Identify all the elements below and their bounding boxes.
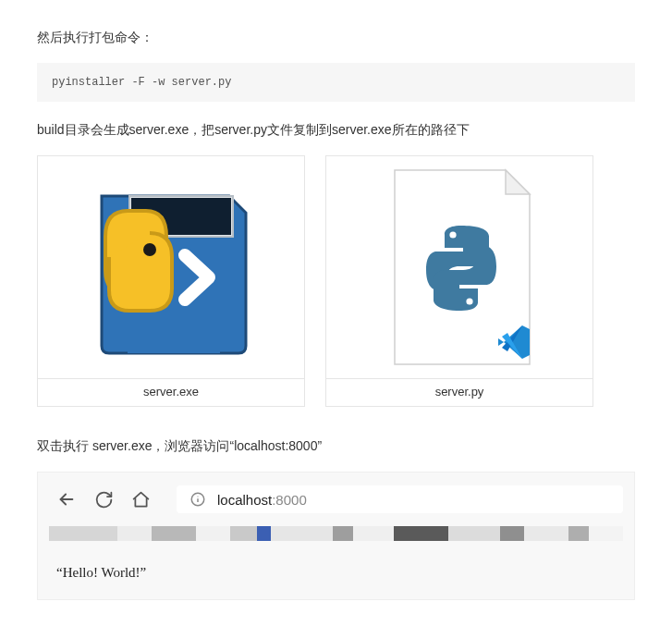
svg-point-5	[466, 298, 472, 304]
python-file-vscode-icon	[367, 161, 552, 374]
py-caption: server.py	[326, 378, 593, 406]
floppy-python-exe-icon	[74, 170, 268, 364]
run-note-text: 双击执行 server.exe，浏览器访问“localhost:8000”	[37, 438, 635, 455]
file-thumbnails-row: server.exe	[37, 155, 635, 407]
home-icon[interactable]	[130, 489, 151, 509]
url-text: localhost:8000	[217, 492, 307, 508]
url-host: localhost	[217, 492, 272, 508]
address-bar[interactable]: localhost:8000	[177, 485, 623, 513]
reload-icon[interactable]	[93, 489, 114, 509]
back-icon[interactable]	[56, 489, 77, 509]
bookmarks-blurred-strip	[49, 526, 623, 541]
browser-toolbar: localhost:8000	[49, 482, 623, 524]
exe-icon-area	[38, 156, 304, 378]
after-build-text: build目录会生成server.exe，把server.py文件复制到serv…	[37, 122, 635, 139]
py-icon-area	[326, 156, 593, 378]
intro-text: 然后执行打包命令：	[37, 30, 635, 46]
svg-point-3	[143, 243, 156, 256]
svg-point-4	[449, 231, 456, 238]
file-card-server-exe: server.exe	[37, 155, 305, 407]
exe-caption: server.exe	[38, 378, 304, 406]
svg-rect-2	[128, 324, 220, 353]
svg-point-8	[197, 496, 198, 497]
browser-screenshot: localhost:8000 “Hello! World!”	[37, 472, 635, 600]
code-block-pyinstaller: pyinstaller -F -w server.py	[37, 63, 635, 102]
url-port: :8000	[272, 492, 307, 508]
page-body-output: “Hello! World!”	[49, 548, 623, 586]
file-card-server-py: server.py	[325, 155, 593, 407]
site-info-icon[interactable]	[189, 491, 206, 508]
